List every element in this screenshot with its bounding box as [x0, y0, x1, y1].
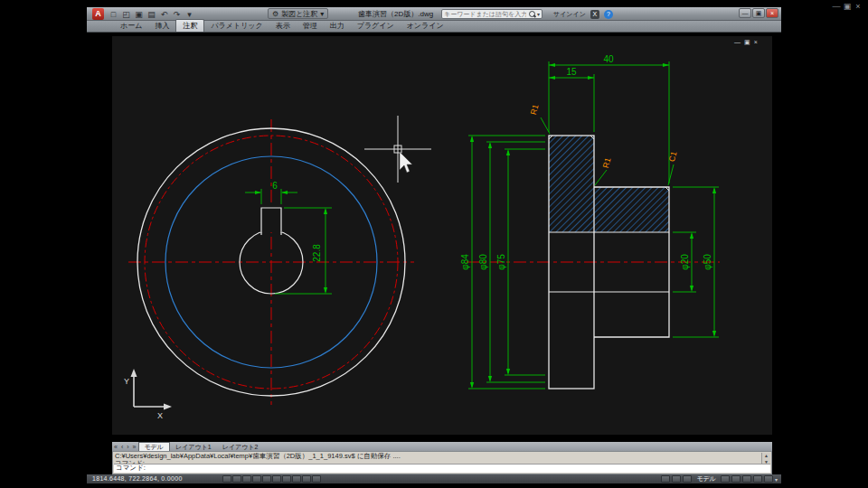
viewport-window-controls: — ▣ × — [734, 39, 758, 46]
ortho-toggle[interactable] — [242, 475, 251, 483]
command-window[interactable]: C:¥Users¥design_lab¥AppData¥Local¥temp¥歯… — [112, 451, 772, 474]
qat-menu-icon[interactable]: ▾ — [184, 10, 194, 19]
viewport-minimize-icon[interactable]: — — [734, 39, 741, 46]
grid-toggle[interactable] — [232, 475, 241, 483]
tab-annotate[interactable]: 注釈 — [175, 19, 204, 32]
exchange-apps-icon[interactable]: X — [590, 10, 599, 19]
dimension-label: 22.8 — [312, 244, 322, 262]
statusbar-icon[interactable] — [683, 475, 692, 483]
layout-tab-bar: « ‹ › » モデル レイアウト1 レイアウト2 — [112, 442, 772, 451]
minimize-button[interactable]: — — [739, 8, 751, 18]
window-controls: — ▣ × — [739, 8, 778, 18]
tab-view[interactable]: 表示 — [269, 20, 297, 32]
tab-model[interactable]: モデル — [138, 442, 171, 451]
tab-output[interactable]: 出力 — [324, 20, 351, 32]
search-icon[interactable] — [528, 10, 535, 18]
scroll-up-icon[interactable]: ▲ — [762, 453, 770, 459]
status-menu-icon[interactable]: ▾ — [775, 476, 778, 483]
crosshair-cursor — [364, 116, 431, 183]
new-file-icon[interactable]: □ — [108, 10, 118, 19]
ribbon-tab-bar: ホーム 挿入 注釈 パラメトリック 表示 管理 出力 プラグイン オンライン — [87, 21, 781, 33]
side-view[interactable]: 40 15 — [460, 54, 720, 389]
infocenter-search[interactable]: ▾ — [441, 9, 542, 19]
dim-dia-20[interactable]: φ20 — [673, 232, 696, 292]
chevron-down-icon: ▾ — [320, 10, 324, 18]
plot-icon[interactable]: ▤ — [146, 10, 156, 19]
callout-label: R1 — [601, 156, 613, 169]
search-input[interactable] — [442, 11, 528, 17]
outer-window-controls[interactable]: —▣× — [832, 2, 864, 11]
tab-parametric[interactable]: パラメトリック — [204, 20, 269, 32]
statusbar-icon[interactable] — [672, 475, 681, 483]
autocad-window: A □ ◰ ▣ ▤ ↶ ↷ ▾ ⚙ 製図と注釈 ▾ 歯車演習（2D版）.dwg … — [87, 7, 781, 476]
ucs-y-label: Y — [124, 377, 129, 386]
dyn-toggle[interactable] — [292, 475, 301, 483]
ucs-icon: Y X — [124, 369, 172, 420]
snap-toggle[interactable] — [222, 475, 231, 483]
tab-insert[interactable]: 挿入 — [148, 20, 175, 32]
statusbar-icon[interactable] — [661, 475, 670, 483]
tab-manage[interactable]: 管理 — [297, 20, 324, 32]
front-view[interactable]: 6 22.8 — [128, 119, 414, 405]
dimension-label: φ50 — [703, 254, 712, 270]
tab-online[interactable]: オンライン — [401, 20, 450, 32]
tab-nav-first-icon[interactable]: « — [112, 444, 119, 450]
statusbar-icon[interactable] — [731, 475, 741, 483]
viewport-restore-icon[interactable]: ▣ — [744, 39, 750, 46]
callout-fillet-1[interactable]: R1 — [529, 103, 550, 134]
dim-dia-80[interactable]: φ80 — [478, 142, 545, 382]
outer-restore-button[interactable]: ▣ — [843, 2, 854, 11]
dimension-label: 15 — [566, 67, 577, 77]
ducs-toggle[interactable] — [282, 475, 291, 483]
drawing-canvas[interactable]: 6 22.8 — [112, 36, 772, 435]
save-file-icon[interactable]: ▣ — [134, 10, 144, 19]
tab-nav-last-icon[interactable]: » — [131, 444, 138, 450]
redo-icon[interactable]: ↷ — [172, 10, 182, 19]
maximize-button[interactable]: ▣ — [752, 8, 765, 18]
viewport-close-icon[interactable]: × — [754, 39, 758, 46]
client-area: 6 22.8 — [87, 33, 781, 442]
polar-toggle[interactable] — [252, 475, 261, 483]
dimension-label: 6 — [272, 181, 278, 191]
model-space-button[interactable]: モデル — [693, 474, 719, 483]
drafting-toggles — [222, 475, 321, 483]
screen-frame: —▣× A □ ◰ ▣ ▤ ↶ ↷ ▾ ⚙ 製図と注釈 ▾ 歯車演習（2D版）.… — [0, 0, 868, 488]
open-file-icon[interactable]: ◰ — [121, 10, 131, 19]
workspace-label: 製図と注釈 — [281, 9, 317, 19]
workspace-dropdown[interactable]: ⚙ 製図と注釈 ▾ — [268, 8, 328, 19]
callout-fillet-2[interactable]: R1 — [595, 156, 612, 185]
ucs-x-label: X — [157, 411, 163, 420]
callout-label: C1 — [667, 150, 679, 163]
dim-rim-width[interactable]: 15 — [549, 67, 594, 132]
infocenter-icons: サインイン X ? — [553, 8, 613, 20]
command-history-line: C:¥Users¥design_lab¥AppData¥Local¥temp¥歯… — [115, 453, 761, 460]
tab-layout1[interactable]: レイアウト1 — [170, 443, 217, 451]
dimension-label: 40 — [603, 54, 614, 64]
application-menu-button[interactable]: A — [92, 8, 104, 20]
quickprop-toggle[interactable] — [312, 475, 321, 483]
statusbar-icon[interactable] — [753, 475, 762, 483]
search-caret-icon[interactable]: ▾ — [537, 11, 540, 17]
dimension-label: φ20 — [680, 254, 690, 270]
coordinate-readout: 1814.6448, 722.2864, 0.0000 — [92, 474, 183, 483]
statusbar-icon[interactable] — [721, 475, 730, 483]
status-right-cluster: モデル ▾ — [661, 474, 778, 483]
outer-close-button[interactable]: × — [854, 2, 864, 11]
help-icon[interactable]: ? — [604, 10, 613, 19]
otrack-toggle[interactable] — [272, 475, 281, 483]
outer-minimize-button[interactable]: — — [832, 2, 843, 11]
signin-button[interactable]: サインイン — [553, 10, 586, 19]
lineweight-toggle[interactable] — [302, 475, 311, 483]
command-input-line[interactable]: コマンド: — [114, 464, 770, 473]
dimension-label: φ80 — [478, 254, 488, 270]
tab-plugins[interactable]: プラグイン — [351, 20, 401, 32]
osnap-toggle[interactable] — [262, 475, 271, 483]
close-button[interactable]: × — [766, 8, 778, 18]
undo-icon[interactable]: ↶ — [159, 10, 169, 19]
status-bar: 1814.6448, 722.2864, 0.0000 モデル — [87, 474, 781, 483]
statusbar-icon[interactable] — [764, 475, 773, 483]
statusbar-icon[interactable] — [742, 475, 751, 483]
tab-layout2[interactable]: レイアウト2 — [217, 443, 264, 451]
tab-home[interactable]: ホーム — [114, 20, 148, 32]
dim-keyway-depth[interactable]: 22.8 — [275, 208, 332, 294]
